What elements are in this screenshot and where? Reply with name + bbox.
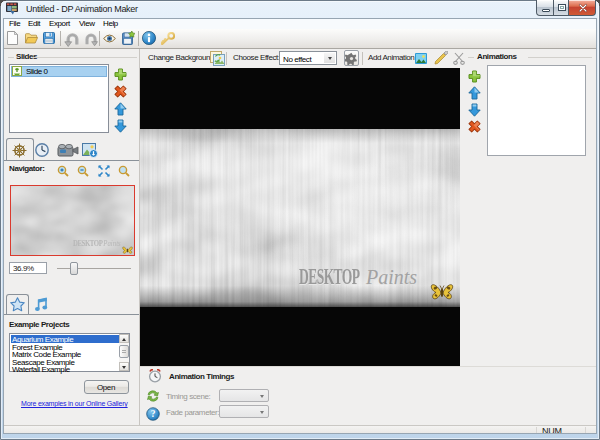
svg-text:?: ?	[151, 409, 156, 419]
